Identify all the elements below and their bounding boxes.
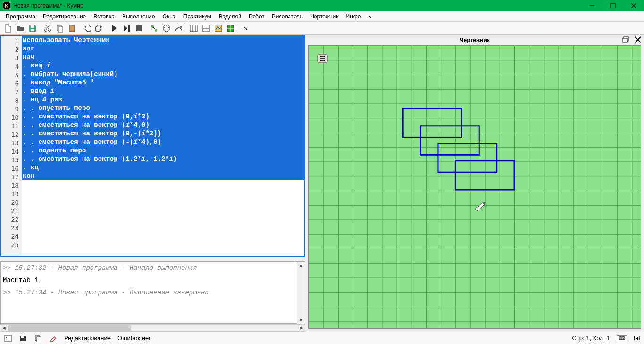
svg-line-18 (153, 27, 155, 29)
code-line: использовать Чертежник (22, 36, 304, 44)
menu-item-9[interactable]: Чертежник (306, 12, 342, 21)
panel-close-icon[interactable] (635, 36, 641, 44)
step-button[interactable] (121, 23, 133, 34)
svg-rect-80 (438, 143, 497, 172)
cut-button[interactable] (41, 23, 54, 34)
status-terminal-icon[interactable] (4, 334, 12, 343)
minimize-button[interactable] (582, 0, 603, 11)
layout-1-button[interactable] (188, 23, 200, 34)
console-vscroll[interactable]: ▲ ▼ (297, 262, 305, 324)
code-line: . ввод i (22, 87, 304, 95)
undo-button[interactable] (81, 23, 93, 34)
menu-item-3[interactable]: Выполнение (118, 12, 159, 21)
svg-point-20 (180, 26, 182, 28)
actor-1-button[interactable] (148, 23, 160, 34)
svg-rect-13 (71, 25, 74, 26)
titlebar: K Новая программа* - Кумир (0, 0, 644, 11)
menu-item-10[interactable]: Инфо (342, 12, 365, 21)
menu-item-4[interactable]: Окна (159, 12, 180, 21)
svg-rect-82 (475, 203, 484, 211)
layout-3-button[interactable] (212, 23, 224, 34)
status-clear-icon[interactable] (49, 334, 58, 343)
menu-item-2[interactable]: Вставка (90, 12, 118, 21)
stop-button[interactable] (133, 23, 145, 34)
status-errors: Ошибок нет (117, 335, 151, 342)
svg-rect-5 (31, 29, 34, 31)
menu-item-7[interactable]: Робот (245, 12, 268, 21)
line-gutter: 1234567891011121314151617181920212223242… (1, 36, 22, 256)
code-line: . . сместиться на вектор (0,i*2) (22, 112, 304, 121)
layout-4-button[interactable] (224, 23, 237, 34)
panel-restore-icon[interactable] (622, 36, 629, 44)
code-line: кон (22, 172, 304, 180)
copy-button[interactable] (54, 23, 66, 34)
svg-rect-86 (5, 335, 11, 342)
app-icon: K (3, 2, 10, 9)
left-pane: 1234567891011121314151617181920212223242… (0, 35, 305, 332)
status-keyboard-icon[interactable]: ⌨ (617, 335, 627, 341)
drawer-panel-title: Чертежник (308, 35, 641, 45)
code-line: . . сместиться на вектор (i*4,0) (22, 121, 304, 129)
run-button[interactable] (108, 23, 121, 34)
code-line: . вывод "Масштаб " (22, 78, 304, 87)
code-line: нач (22, 53, 304, 61)
menu-item-1[interactable]: Редактирование (39, 12, 90, 21)
statusbar: Редактирование Ошибок нет Стр: 1, Кол: 1… (0, 332, 644, 344)
console-line: >> 15:27:32 - Новая программа - Начало в… (3, 264, 295, 272)
code-line: . . сместиться на вектор (-(i*4),0) (22, 138, 304, 146)
more-toolbar-button[interactable]: » (239, 23, 252, 34)
redo-button[interactable] (93, 23, 106, 34)
actor-2-button[interactable] (160, 23, 173, 34)
svg-point-6 (45, 29, 47, 31)
right-pane: Чертежник (305, 35, 644, 332)
status-mode: Редактирование (64, 335, 111, 342)
canvas-menu-button[interactable] (317, 54, 328, 63)
menubar: ПрограммаРедактированиеВставкаВыполнение… (0, 11, 644, 22)
console-io-line: Масштаб 1 (3, 277, 295, 284)
code-editor[interactable]: 1234567891011121314151617181920212223242… (0, 35, 305, 257)
toolbar: » (0, 22, 644, 35)
save-file-button[interactable] (26, 23, 39, 34)
svg-rect-12 (69, 25, 75, 32)
menu-item-5[interactable]: Практикум (180, 12, 215, 21)
console-line: >> 15:27:34 - Новая программа - Выполнен… (3, 289, 295, 296)
code-line: алг (22, 44, 304, 53)
code-line: . вещ i (22, 61, 304, 70)
editor-hscroll[interactable]: ◀ ▶ (0, 324, 305, 332)
svg-rect-4 (31, 25, 34, 28)
scroll-thumb[interactable] (8, 325, 131, 331)
console-output[interactable]: >> 15:27:32 - Новая программа - Начало в… (0, 262, 297, 324)
svg-rect-27 (215, 25, 222, 32)
svg-rect-14 (128, 25, 130, 32)
window-title: Новая программа* - Кумир (13, 2, 582, 9)
status-copy-icon[interactable] (34, 334, 42, 343)
svg-line-9 (46, 25, 49, 29)
status-layout-indicator[interactable]: lat (634, 335, 640, 342)
close-button[interactable] (623, 0, 644, 11)
code-area[interactable]: использовать Чертежникалгнач. вещ i. выб… (22, 36, 304, 256)
layout-2-button[interactable] (200, 23, 212, 34)
paste-button[interactable] (66, 23, 78, 34)
open-file-button[interactable] (14, 23, 26, 34)
svg-line-8 (46, 25, 50, 29)
code-line: . . сместиться на вектор (0,-(i*2)) (22, 129, 304, 138)
code-line: . . сместиться на вектор (1.2*i,-1.2*i) (22, 155, 304, 163)
menu-item-11[interactable]: » (364, 12, 375, 21)
svg-rect-1 (611, 3, 615, 8)
status-save-icon[interactable] (19, 334, 27, 343)
drawer-canvas[interactable] (308, 45, 641, 329)
svg-rect-89 (37, 337, 41, 342)
menu-item-8[interactable]: Рисователь (268, 12, 306, 21)
menu-item-0[interactable]: Программа (2, 12, 39, 21)
svg-rect-32 (623, 38, 627, 42)
maximize-button[interactable] (603, 0, 623, 11)
actor-3-button[interactable] (173, 23, 185, 34)
svg-rect-11 (58, 27, 63, 32)
status-position: Стр: 1, Кол: 1 (572, 335, 610, 342)
svg-rect-87 (21, 336, 24, 338)
svg-rect-15 (136, 25, 142, 31)
new-file-button[interactable] (2, 23, 14, 34)
menu-item-6[interactable]: Водолей (215, 12, 245, 21)
svg-rect-21 (190, 25, 197, 32)
code-line: . нц 4 раз (22, 95, 304, 104)
